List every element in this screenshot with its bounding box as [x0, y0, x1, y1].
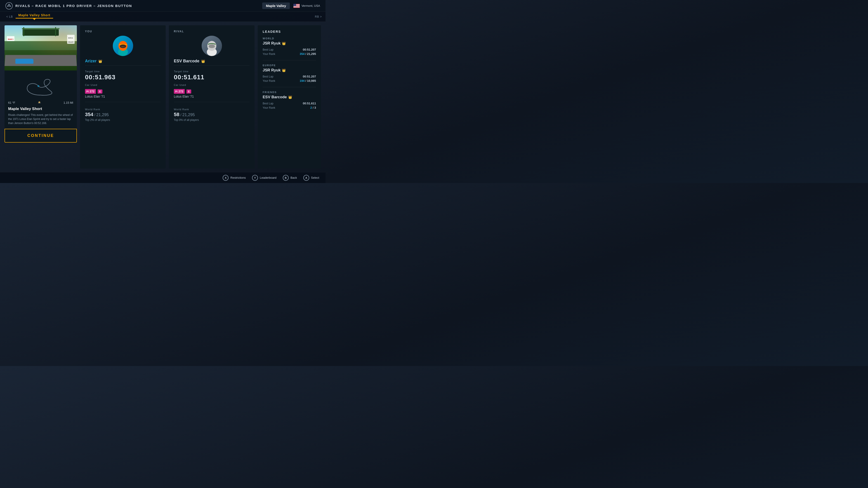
svg-rect-6 — [293, 4, 296, 6]
left-panel: Mobil 1 MAPLEVALLEY 61 °F — [4, 25, 77, 168]
rival-car-used-row: PI 272 E — [174, 89, 250, 94]
leaders-friends-rank-num: 2 — [310, 106, 312, 109]
leaders-friends-best-lap-label: Best Lap — [263, 102, 273, 105]
track-minimap-svg — [23, 76, 59, 98]
middle-panels: YOU — [80, 25, 254, 168]
track-name: Maple Valley Short — [8, 107, 73, 111]
leaders-friends-name-row: ESV Barcode 👑 — [263, 95, 316, 99]
leaders-friends-your-rank-label: Your Rank — [263, 106, 275, 109]
leaders-europe-your-rank-row: Your Rank 194 / 10,985 — [263, 79, 316, 83]
tab-active-wrap[interactable]: Maple Valley Short — [16, 13, 53, 20]
continue-button[interactable]: CONTINUE — [4, 129, 77, 142]
you-character-svg: logitech — [113, 36, 133, 56]
leaders-world-your-rank-row: Your Rank 354 / 21,295 — [263, 52, 316, 56]
leaders-world-best-lap: 00:51.207 — [303, 48, 316, 51]
tab-rb[interactable]: RB > — [315, 15, 322, 18]
bridge-pillar-l — [23, 27, 24, 36]
tab-active[interactable]: Maple Valley Short — [16, 13, 53, 19]
leaders-europe-rank-num: 194 — [300, 79, 305, 83]
leaders-friends-rank-sep: / — [313, 106, 314, 109]
rival-avatar-container: CITY CHEV — [174, 36, 250, 56]
rival-pi-label: PI — [175, 90, 178, 93]
rival-car-name: Lotus Elan '71 — [174, 95, 250, 98]
distance: 1.15 MI — [64, 101, 73, 104]
you-car-used-label: Car Used — [85, 84, 161, 86]
you-target-time: 00:51.963 — [85, 74, 161, 81]
leaders-europe-crown: 👑 — [282, 68, 286, 72]
flag-icon — [293, 4, 300, 8]
restrictions-btn-group[interactable]: X Restrictions — [223, 175, 246, 181]
leaderboard-label: Leaderboard — [260, 176, 276, 180]
leaders-friends-rank-total: 3 — [314, 106, 316, 109]
tab-active-indicator — [33, 19, 36, 20]
rival-pi-value: 272 — [178, 90, 183, 93]
you-car-used-row: PI 272 E — [85, 89, 161, 94]
you-pi-badge: PI 272 — [85, 89, 96, 94]
back-btn-circle[interactable]: B — [283, 175, 289, 181]
track-description: Rivals challenges! This event, get behin… — [8, 113, 73, 125]
rival-world-rank-label: World Rank — [174, 108, 250, 111]
rival-label: RIVAL — [174, 30, 250, 33]
bottom-bar: X Restrictions Y Leaderboard B Back A Se… — [0, 172, 326, 183]
you-car-name: Lotus Elan '71 — [85, 95, 161, 98]
leaders-friends-your-rank-row: Your Rank 2 / 3 — [263, 106, 316, 109]
leaderboard-btn-circle[interactable]: Y — [252, 175, 258, 181]
leaders-europe-name: JSR Ryuk — [263, 68, 281, 72]
rival-target-time-label: Target time — [174, 70, 250, 73]
back-btn-group[interactable]: B Back — [283, 175, 297, 181]
leaders-world-section: WORLD JSR Ryuk 👑 Best Lap 00:51.207 Your… — [263, 37, 316, 60]
tab-lb[interactable]: < LB — [4, 15, 16, 18]
leaders-europe-best-lap-label: Best Lap — [263, 75, 273, 78]
leaders-world-name: JSR Ryuk — [263, 41, 281, 46]
tab-bar: < LB Maple Valley Short RB > — [0, 12, 326, 22]
you-label: YOU — [85, 30, 161, 33]
top-bar-right: Maple Valley Vermont, USA — [262, 2, 320, 9]
leaders-europe-region: EUROPE — [263, 64, 316, 67]
rival-crown-icon: 👑 — [201, 59, 205, 63]
flag-area: Vermont, USA — [293, 4, 320, 8]
rival-rank-section: World Rank 58 / 21,295 Top 0% of all pla… — [174, 102, 250, 122]
rival-rank-display: 58 / 21,295 — [174, 111, 250, 118]
leaders-world-rank-total: 21,295 — [307, 52, 316, 56]
track-info-box: 61 °F 1.15 MI Maple Valley Short Rivals … — [4, 70, 77, 128]
you-panel: YOU — [80, 25, 166, 168]
rivals-logo-icon — [5, 2, 13, 9]
you-rank-total: 21,295 — [96, 112, 109, 117]
svg-point-7 — [37, 85, 39, 87]
you-rank-sub: Top 2% of all players — [85, 119, 161, 122]
top-bar-title: RIVALS – RACE MOBIL 1 PRO DRIVER – JENSO… — [16, 4, 132, 8]
select-btn-group[interactable]: A Select — [303, 175, 319, 181]
leaders-friends-section: FRIENDS ESV Barcode 👑 Best Lap 00:51.611… — [263, 91, 316, 114]
leaders-world-your-rank: 354 / 21,295 — [300, 52, 316, 56]
leaders-europe-name-row: JSR Ryuk 👑 — [263, 68, 316, 72]
track-map-area — [8, 74, 73, 101]
select-label: Select — [311, 176, 319, 180]
restrictions-btn-circle[interactable]: X — [223, 175, 228, 181]
leaders-friends-best-lap: 00:51.611 — [303, 102, 316, 105]
you-rank-display: 354 / 21,295 — [85, 111, 161, 118]
track-car — [16, 59, 33, 64]
rival-name-row: ESV Barcode 👑 — [174, 59, 250, 66]
leaders-world-region: WORLD — [263, 37, 316, 40]
svg-rect-4 — [293, 6, 300, 6]
you-world-rank-label: World Rank — [85, 108, 161, 111]
track-weather: 61 °F 1.15 MI — [8, 101, 73, 104]
restrictions-label: Restrictions — [230, 176, 246, 180]
svg-text:logitech: logitech — [121, 46, 125, 47]
leaders-world-name-row: JSR Ryuk 👑 — [263, 41, 316, 46]
top-bar-left: RIVALS – RACE MOBIL 1 PRO DRIVER – JENSO… — [5, 2, 132, 9]
top-bar: RIVALS – RACE MOBIL 1 PRO DRIVER – JENSO… — [0, 0, 326, 12]
leaders-panel: LEADERS WORLD JSR Ryuk 👑 Best Lap 00:51.… — [258, 25, 321, 168]
mobil1-sign: Mobil 1 — [7, 36, 14, 41]
maple-valley-sign: MAPLEVALLEY — [67, 35, 74, 44]
leaders-friends-crown: 👑 — [288, 95, 292, 99]
you-rank-main: 354 — [85, 111, 93, 117]
leaders-europe-your-rank: 194 / 10,985 — [300, 79, 316, 83]
select-btn-circle[interactable]: A — [303, 175, 309, 181]
leaders-world-your-rank-label: Your Rank — [263, 53, 275, 56]
main-content: Mobil 1 MAPLEVALLEY 61 °F — [0, 22, 326, 172]
leaderboard-btn-group[interactable]: Y Leaderboard — [252, 175, 276, 181]
rival-rank-divider: / — [180, 113, 182, 117]
svg-rect-5 — [293, 7, 300, 7]
bridge-structure — [23, 29, 59, 36]
